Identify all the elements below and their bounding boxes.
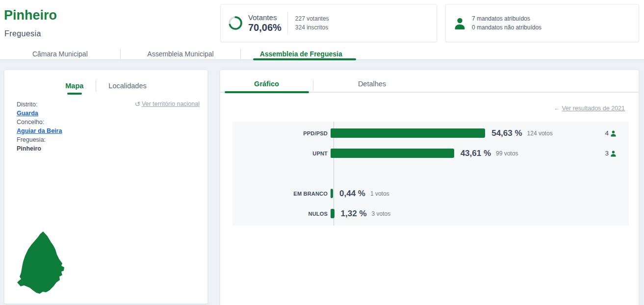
mandatos-detail: 7 mandatos atribuídos 0 mandatos não atr…	[472, 14, 541, 32]
bar-track: 43,61 % 99 votos	[331, 149, 614, 158]
left-arrow-icon: ←	[554, 105, 560, 112]
tab-localidades[interactable]: Localidades	[96, 82, 158, 90]
chart-row-nulos: NULOS 1,32 % 3 votos	[232, 209, 629, 218]
tab-localidades-label: Localidades	[108, 82, 146, 90]
mandatos-card: 7 mandatos atribuídos 0 mandatos não atr…	[445, 4, 639, 42]
party-label: UPNT	[232, 151, 331, 156]
chart-row-upnt: UPNT 43,61 % 99 votos 3	[232, 149, 629, 158]
votantes-label: Votantes	[248, 13, 277, 22]
mandates-count: 3	[605, 150, 609, 157]
mandates-badge: 3	[605, 150, 617, 157]
active-tab-underline	[253, 58, 356, 60]
freguesia-label: Freguesia:	[17, 135, 62, 144]
votes-value: 3 votos	[372, 210, 391, 217]
percent-value: 1,32 %	[341, 209, 367, 219]
mapa-tab-underline	[67, 93, 82, 95]
party-label: PPD/PSD	[232, 130, 331, 136]
mandates-badge: 4	[605, 129, 617, 137]
concelho-label: Concelho:	[17, 118, 62, 127]
percent-value: 0,44 %	[339, 189, 365, 199]
ver-resultados-2021-link[interactable]: ← Ver resultados de 2021	[554, 105, 625, 112]
party-bar[interactable]	[331, 209, 335, 218]
results-panel-tabs: Gráfico Detalhes	[220, 80, 639, 91]
tab-mapa[interactable]: Mapa	[53, 82, 96, 90]
mandatos-atribuidos: 7 mandatos atribuídos	[472, 14, 541, 23]
distrito-label: Distrito:	[17, 100, 62, 109]
tab-mapa-label: Mapa	[65, 82, 83, 90]
grafico-tab-underline	[225, 91, 309, 93]
percent-value: 43,61 %	[461, 149, 491, 158]
undo-icon: ↺	[134, 100, 140, 108]
results-panel: Gráfico Detalhes ← Ver resultados de 202…	[220, 70, 639, 305]
turnout-ring-icon	[228, 15, 243, 31]
chart-row-em-branco: EM BRANCO 0,44 % 1 votos	[232, 189, 629, 198]
votantes-divider	[287, 12, 288, 34]
votantes-percent: 70,06%	[248, 22, 282, 33]
freguesia-map-shape[interactable]	[17, 229, 65, 295]
concelho-link[interactable]: Aguiar da Beira	[17, 127, 62, 135]
chart-row-ppd-psd: PPD/PSD 54,63 % 124 votos 4	[232, 128, 629, 138]
votantes-count: 227 votantes	[295, 14, 329, 23]
percent-value: 54,63 %	[491, 128, 522, 138]
bar-track: 1,32 % 3 votos	[331, 209, 614, 218]
ver-territorio-nacional-label: Ver território nacional	[142, 101, 200, 107]
votes-value: 124 votos	[527, 130, 553, 137]
tab-grafico[interactable]: Gráfico	[220, 80, 313, 91]
party-bar[interactable]	[331, 189, 333, 198]
bar-track: 0,44 % 1 votos	[331, 189, 614, 198]
inscritos-count: 324 inscritos	[295, 23, 329, 32]
geo-breadcrumb: Distrito: Guarda Concelho: Aguiar da Bei…	[17, 100, 62, 153]
map-panel-tabs: Mapa Localidades	[4, 80, 207, 92]
tab-detalhes[interactable]: Detalhes	[313, 80, 431, 91]
ver-territorio-nacional-link[interactable]: ↺ Ver território nacional	[134, 100, 200, 108]
freguesia-value: Pinheiro	[17, 144, 62, 153]
party-label: EM BRANCO	[232, 191, 331, 197]
person-icon	[610, 130, 617, 137]
party-bar[interactable]	[331, 149, 454, 158]
ver-resultados-2021-label: Ver resultados de 2021	[562, 105, 625, 112]
bar-track: 54,63 % 124 votos	[331, 128, 614, 138]
mandates-count: 4	[605, 129, 609, 137]
votantes-summary: Votantes 70,06%	[248, 13, 282, 33]
map-panel: Mapa Localidades ↺ Ver território nacion…	[4, 70, 208, 304]
page-title: Pinheiro	[4, 8, 57, 23]
party-bar[interactable]	[331, 128, 485, 138]
votantes-detail: 227 votantes 324 inscritos	[295, 14, 329, 32]
page-subtitle: Freguesia	[4, 29, 41, 38]
page: Pinheiro Freguesia Votantes 70,06% 227 v…	[0, 0, 644, 305]
votes-value: 1 votos	[370, 190, 389, 197]
distrito-link[interactable]: Guarda	[17, 109, 62, 118]
results-bar-chart: PPD/PSD 54,63 % 124 votos 4 UPNT	[232, 122, 629, 226]
votantes-card: Votantes 70,06% 227 votantes 324 inscrit…	[220, 4, 437, 42]
tab-camara-municipal[interactable]: Câmara Municipal	[0, 49, 121, 60]
votes-value: 99 votos	[496, 150, 518, 157]
person-icon	[454, 17, 466, 30]
tab-assembleia-municipal[interactable]: Assembleia Municipal	[121, 49, 241, 60]
person-icon	[610, 150, 617, 157]
party-label: NULOS	[232, 211, 331, 217]
mandatos-nao-atribuidos: 0 mandatos não atribuídos	[472, 23, 541, 32]
